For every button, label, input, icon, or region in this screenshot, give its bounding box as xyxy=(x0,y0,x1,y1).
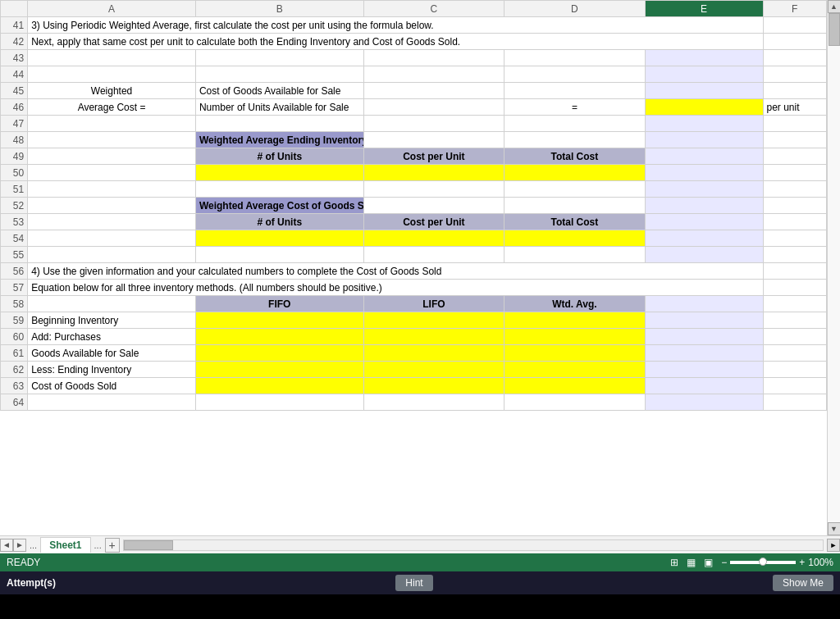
cell-r62-C[interactable] xyxy=(363,362,504,378)
cell-r50-E[interactable] xyxy=(645,165,763,181)
cell-r63-F[interactable] xyxy=(763,378,827,394)
add-sheet-btn[interactable]: + xyxy=(105,538,120,553)
cell-r45-B[interactable]: Cost of Goods Available for Sale xyxy=(195,83,363,99)
cell-r62-F[interactable] xyxy=(763,362,827,378)
cell-r58-B[interactable]: FIFO xyxy=(195,296,363,312)
cell-r54-D[interactable] xyxy=(504,230,646,247)
cell-r44-C[interactable] xyxy=(363,66,504,83)
tab-prev-btn[interactable]: ◄ xyxy=(0,539,13,552)
cell-r59-E[interactable] xyxy=(645,312,763,329)
cell-r54-A[interactable] xyxy=(28,230,196,247)
cell-r47-A[interactable] xyxy=(28,116,196,132)
cell-r51-A[interactable] xyxy=(28,181,196,198)
cell-r42-F[interactable] xyxy=(763,34,827,50)
cell-r52-B[interactable]: Weighted Average Cost of Goods Sold xyxy=(195,198,363,214)
cell-r44-B[interactable] xyxy=(195,66,363,83)
cell-r48-B[interactable]: Weighted Average Ending Inventory xyxy=(195,132,363,148)
cell-r61-A[interactable]: Goods Available for Sale xyxy=(28,345,196,362)
cell-r49-D[interactable]: Total Cost xyxy=(504,148,646,165)
cell-r61-B[interactable] xyxy=(195,345,363,362)
cell-r56-A[interactable]: 4) Use the given information and your ca… xyxy=(28,263,763,280)
cell-r59-F[interactable] xyxy=(763,312,827,329)
cell-r55-B[interactable] xyxy=(195,247,363,263)
cell-r51-D[interactable] xyxy=(504,181,646,198)
grid-view-icon[interactable]: ⊞ xyxy=(670,557,678,568)
cell-r64-C[interactable] xyxy=(363,394,504,411)
cell-r52-D[interactable] xyxy=(504,198,646,214)
cell-r51-F[interactable] xyxy=(763,181,827,198)
cell-r61-E[interactable] xyxy=(645,345,763,362)
cell-r55-E[interactable] xyxy=(645,247,763,263)
zoom-plus-btn[interactable]: + xyxy=(799,557,805,568)
cell-r53-F[interactable] xyxy=(763,214,827,230)
cell-r49-E[interactable] xyxy=(645,148,763,165)
cell-r51-C[interactable] xyxy=(363,181,504,198)
cell-r43-C[interactable] xyxy=(363,50,504,66)
zoom-minus-btn[interactable]: − xyxy=(721,557,727,568)
cell-r64-D[interactable] xyxy=(504,394,646,411)
tab-next-btn[interactable]: ► xyxy=(13,539,26,552)
cell-r53-B[interactable]: # of Units xyxy=(195,214,363,230)
zoom-slider[interactable] xyxy=(730,561,796,564)
cell-r64-A[interactable] xyxy=(28,394,196,411)
cell-r50-A[interactable] xyxy=(28,165,196,181)
cell-r48-E[interactable] xyxy=(645,132,763,148)
cell-r54-F[interactable] xyxy=(763,230,827,247)
cell-r52-E[interactable] xyxy=(645,198,763,214)
cell-r62-B[interactable] xyxy=(195,362,363,378)
cell-r58-F[interactable] xyxy=(763,296,827,312)
cell-r45-C[interactable] xyxy=(363,83,504,99)
cell-r58-D[interactable]: Wtd. Avg. xyxy=(504,296,646,312)
cell-r53-E[interactable] xyxy=(645,214,763,230)
cell-r60-F[interactable] xyxy=(763,329,827,345)
col-header-f[interactable]: F xyxy=(763,1,827,17)
cell-r47-D[interactable] xyxy=(504,116,646,132)
cell-r59-C[interactable] xyxy=(363,312,504,329)
hint-button[interactable]: Hint xyxy=(395,575,432,591)
cell-r52-F[interactable] xyxy=(763,198,827,214)
cell-r55-D[interactable] xyxy=(504,247,646,263)
h-scroll-thumb[interactable] xyxy=(124,540,173,550)
cell-r63-B[interactable] xyxy=(195,378,363,394)
cell-r52-C[interactable] xyxy=(363,198,504,214)
cell-r41-A[interactable]: 3) Using Periodic Weighted Average, firs… xyxy=(28,17,763,34)
sheet1-tab[interactable]: Sheet1 xyxy=(40,537,90,553)
cell-r46-F[interactable]: per unit xyxy=(763,99,827,116)
cell-r47-C[interactable] xyxy=(363,116,504,132)
cell-r49-B[interactable]: # of Units xyxy=(195,148,363,165)
scroll-up-btn[interactable]: ▲ xyxy=(828,0,841,13)
cell-r60-B[interactable] xyxy=(195,329,363,345)
cell-r61-C[interactable] xyxy=(363,345,504,362)
cell-r59-B[interactable] xyxy=(195,312,363,329)
scroll-down-btn[interactable]: ▼ xyxy=(828,522,841,535)
cell-r42-A[interactable]: Next, apply that same cost per unit to c… xyxy=(28,34,763,50)
cell-r44-A[interactable] xyxy=(28,66,196,83)
cell-r50-C[interactable] xyxy=(363,165,504,181)
cell-r54-C[interactable] xyxy=(363,230,504,247)
h-scroll-right-btn[interactable]: ► xyxy=(827,539,840,552)
cell-r57-A[interactable]: Equation below for all three inventory m… xyxy=(28,280,763,296)
cell-r45-E[interactable] xyxy=(645,83,763,99)
cell-r63-C[interactable] xyxy=(363,378,504,394)
cell-r61-D[interactable] xyxy=(504,345,646,362)
cell-r63-A[interactable]: Cost of Goods Sold xyxy=(28,378,196,394)
cell-r62-A[interactable]: Less: Ending Inventory xyxy=(28,362,196,378)
cell-r50-B[interactable] xyxy=(195,165,363,181)
col-header-a[interactable]: A xyxy=(28,1,196,17)
col-header-c[interactable]: C xyxy=(363,1,504,17)
cell-r44-E[interactable] xyxy=(645,66,763,83)
show-me-button[interactable]: Show Me xyxy=(773,575,833,591)
cell-r62-E[interactable] xyxy=(645,362,763,378)
cell-r61-F[interactable] xyxy=(763,345,827,362)
cell-r46-A[interactable]: Average Cost = xyxy=(28,99,196,116)
cell-r48-A[interactable] xyxy=(28,132,196,148)
cell-r50-D[interactable] xyxy=(504,165,646,181)
page-view-icon[interactable]: ▣ xyxy=(704,557,713,568)
col-header-b[interactable]: B xyxy=(195,1,363,17)
cell-r44-F[interactable] xyxy=(763,66,827,83)
cell-r63-D[interactable] xyxy=(504,378,646,394)
col-header-e[interactable]: E xyxy=(645,1,763,17)
cell-r55-F[interactable] xyxy=(763,247,827,263)
cell-r60-C[interactable] xyxy=(363,329,504,345)
cell-r46-E[interactable] xyxy=(645,99,763,116)
